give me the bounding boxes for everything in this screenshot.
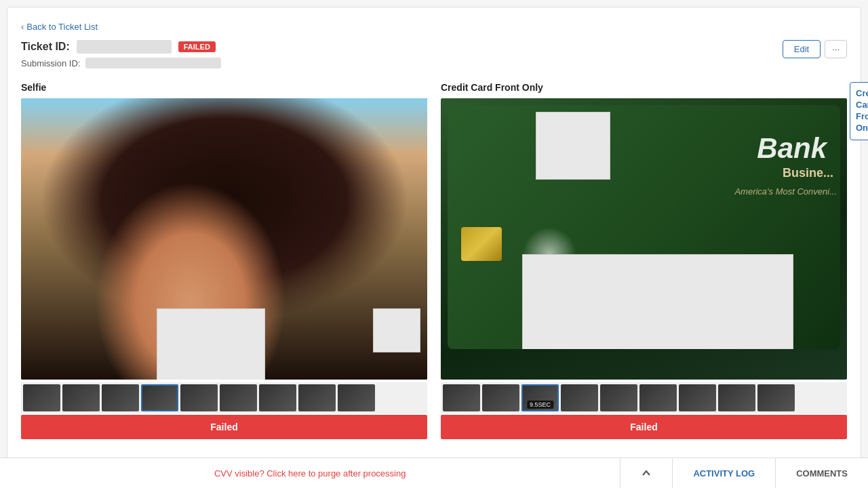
cc-thumb-9[interactable]	[757, 384, 795, 411]
cc-thumbnail-strip: 9.5SEC	[441, 382, 847, 413]
ticket-id-row: Ticket ID: FAILED	[21, 40, 221, 54]
content-area: Selfie	[21, 82, 847, 439]
cvv-warning[interactable]: CVV visible? Click here to purge after p…	[0, 460, 620, 482]
cc-redaction-1	[536, 112, 610, 180]
submission-row: Submission ID:	[21, 58, 221, 68]
cc-tagline: America's Most Conveni...	[734, 186, 837, 197]
cc-section: Credit Card Front Only Bank Busine... Am…	[441, 82, 847, 439]
selfie-thumb-7[interactable]	[259, 384, 296, 411]
comments-tab[interactable]: COMMENTS	[775, 458, 868, 481]
cc-thumb-4[interactable]	[561, 384, 598, 411]
cc-side-label-line1: Credit Card	[856, 88, 868, 110]
cc-thumb-5[interactable]	[600, 384, 637, 411]
cc-thumb-8[interactable]	[718, 384, 755, 411]
ticket-info: Ticket ID: FAILED Submission ID:	[21, 40, 221, 68]
selfie-thumb-4[interactable]	[141, 384, 178, 411]
cc-side-label-line2: Front = Only	[856, 111, 868, 133]
comments-label: COMMENTS	[796, 468, 848, 479]
selfie-thumb-8[interactable]	[298, 384, 336, 411]
cc-thumb-3[interactable]: 9.5SEC	[521, 384, 559, 411]
cc-sub-text: Busine...	[783, 166, 833, 180]
bottom-bar: CVV visible? Click here to purge after p…	[0, 458, 868, 481]
edit-button[interactable]: Edit	[783, 40, 821, 58]
chevron-up-icon	[641, 468, 652, 479]
main-container: ‹ Back to Ticket List Ticket ID: FAILED …	[7, 7, 861, 474]
status-badge: FAILED	[178, 41, 216, 52]
selfie-image	[21, 98, 427, 380]
chevron-left-icon: ‹	[21, 22, 24, 32]
cc-card-visual: Bank Busine... America's Most Conveni...	[448, 105, 840, 349]
activity-log-label-tab[interactable]: ACTIVITY LOG	[672, 458, 775, 481]
cc-image: Bank Busine... America's Most Conveni...	[441, 98, 847, 380]
selfie-thumb-5[interactable]	[180, 384, 218, 411]
activity-log-label: ACTIVITY LOG	[693, 468, 755, 479]
cc-thumb-badge: 9.5SEC	[527, 401, 553, 409]
selfie-redaction-2	[373, 308, 420, 352]
cc-side-label: Credit Card Front = Only	[850, 82, 868, 140]
cc-thumb-2[interactable]	[482, 384, 519, 411]
cc-thumb-6[interactable]	[639, 384, 677, 411]
selfie-image-wrapper: Failed	[21, 98, 427, 439]
cc-bank-text: Bank	[757, 132, 827, 165]
back-link-text: Back to Ticket List	[26, 22, 98, 32]
back-link[interactable]: ‹ Back to Ticket List	[21, 22, 98, 32]
selfie-title: Selfie	[21, 82, 427, 93]
submission-id-label: Submission ID:	[21, 58, 80, 68]
activity-log-tab[interactable]	[620, 458, 672, 481]
header-actions: Edit ···	[783, 40, 847, 58]
cc-background: Bank Busine... America's Most Conveni...	[441, 98, 847, 380]
selfie-thumb-3[interactable]	[102, 384, 139, 411]
cc-redaction-2	[522, 254, 793, 349]
ticket-id-label: Ticket ID:	[21, 41, 70, 53]
cc-title: Credit Card Front Only	[441, 82, 847, 93]
selfie-background	[21, 98, 427, 380]
selfie-failed-bar: Failed	[21, 415, 427, 439]
header-row: Ticket ID: FAILED Submission ID: Edit ··…	[21, 40, 847, 68]
selfie-redaction-1	[157, 308, 265, 380]
cc-chip	[461, 227, 502, 261]
ticket-id-value	[77, 40, 172, 54]
selfie-thumbnail-strip	[21, 382, 427, 413]
selfie-thumb-2[interactable]	[62, 384, 100, 411]
cc-image-wrapper: Bank Busine... America's Most Conveni...	[441, 98, 847, 439]
selfie-section: Selfie	[21, 82, 427, 439]
submission-id-value	[85, 58, 221, 68]
selfie-thumb-9[interactable]	[338, 384, 375, 411]
selfie-thumb-6[interactable]	[220, 384, 257, 411]
more-button[interactable]: ···	[825, 40, 847, 58]
cc-failed-bar: Failed	[441, 415, 847, 439]
cc-thumb-7[interactable]	[679, 384, 716, 411]
cc-thumb-1[interactable]	[443, 384, 480, 411]
selfie-thumb-1[interactable]	[23, 384, 60, 411]
bottom-tabs: ACTIVITY LOG COMMENTS	[620, 458, 868, 481]
